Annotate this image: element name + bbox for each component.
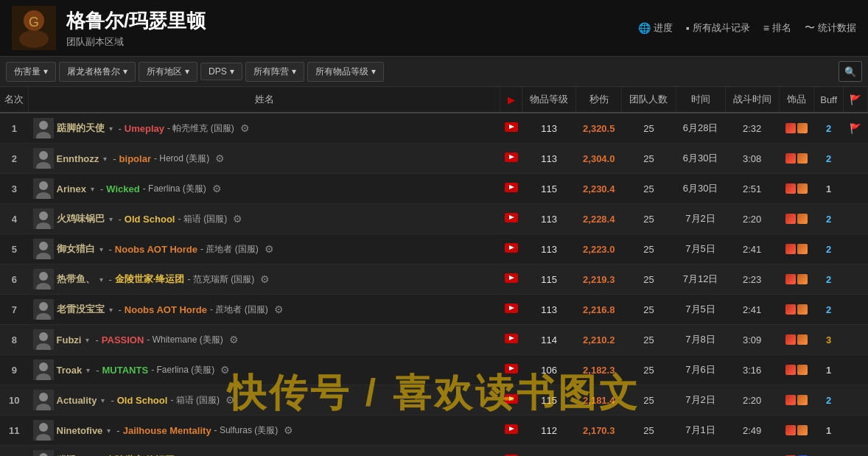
filter-region[interactable]: 所有地区 ▾ bbox=[139, 62, 197, 82]
youtube-icon[interactable] bbox=[505, 394, 518, 404]
dropdown-arrow-icon[interactable]: ▾ bbox=[99, 276, 103, 284]
table-row[interactable]: 8 Fubzi ▾ - PASSION - Whitemane (美服) ⚙ 1… bbox=[0, 325, 868, 355]
name-cell: Ennthozz ▾ - bipolar - Herod (美服) ⚙ bbox=[29, 144, 500, 174]
settings-icon[interactable]: ⚙ bbox=[240, 122, 250, 134]
nav-progress[interactable]: 🌐 进度 bbox=[638, 21, 673, 35]
dropdown-arrow-icon[interactable]: ▾ bbox=[86, 366, 90, 374]
chevron-down-icon: ▾ bbox=[123, 66, 127, 77]
youtube-icon[interactable] bbox=[505, 273, 518, 283]
filter-item-level[interactable]: 所有物品等级 ▾ bbox=[307, 62, 384, 82]
settings-icon[interactable]: ⚙ bbox=[260, 273, 270, 285]
yt-cell bbox=[500, 113, 522, 144]
guild-name[interactable]: Old School bbox=[117, 395, 168, 406]
flag-cell[interactable] bbox=[844, 385, 868, 415]
team-size-cell: 25 bbox=[622, 355, 676, 385]
guild-name[interactable]: Umeplay bbox=[125, 123, 164, 134]
settings-icon[interactable]: ⚙ bbox=[220, 364, 230, 376]
fight-time-cell: 2:32 bbox=[725, 113, 779, 144]
item-level-cell: 115 bbox=[522, 385, 576, 415]
search-button[interactable]: 🔍 bbox=[839, 61, 862, 82]
gem-icon bbox=[785, 153, 796, 164]
table-row[interactable]: 7 老雷没宝宝 ▾ - Noobs AOT Horde - 蔗地者 (国服) ⚙… bbox=[0, 295, 868, 325]
gems-cell bbox=[779, 355, 813, 385]
settings-icon[interactable]: ⚙ bbox=[274, 304, 284, 315]
youtube-icon[interactable] bbox=[505, 183, 518, 192]
dps-cell: 2,304.0 bbox=[576, 144, 622, 174]
settings-icon[interactable]: ⚙ bbox=[284, 424, 293, 436]
flag-cell[interactable] bbox=[844, 446, 868, 457]
youtube-icon[interactable] bbox=[505, 122, 518, 132]
dropdown-arrow-icon[interactable]: ▾ bbox=[91, 185, 94, 193]
table-header-row: 名次 姓名 ▶ 物品等级 秒伤 团队人数 时间 战斗时间 饰品 Buff 🚩 bbox=[0, 87, 868, 113]
guild-name[interactable]: 金陵世家·绛运团 bbox=[115, 273, 185, 286]
youtube-icon[interactable] bbox=[505, 364, 518, 373]
settings-icon[interactable]: ⚙ bbox=[265, 243, 274, 255]
youtube-icon[interactable] bbox=[505, 213, 518, 222]
table-row[interactable]: 12 逍遥、 ▾ - 金陵世家·绛运团 - 范克瑞斯 (国服) ⚙ 115 2,… bbox=[0, 446, 868, 457]
flag-cell[interactable] bbox=[844, 295, 868, 325]
nav-stats[interactable]: 〜 统计数据 bbox=[805, 21, 856, 35]
player-name: Fubzi bbox=[57, 334, 82, 345]
flag-cell[interactable] bbox=[844, 325, 868, 355]
youtube-icon[interactable] bbox=[505, 334, 518, 343]
dropdown-arrow-icon[interactable]: ▾ bbox=[109, 124, 113, 133]
settings-icon[interactable]: ⚙ bbox=[212, 183, 222, 194]
dropdown-arrow-icon[interactable]: ▾ bbox=[85, 336, 89, 344]
filter-camp[interactable]: 所有阵营 ▾ bbox=[245, 62, 304, 82]
yt-cell bbox=[500, 385, 522, 415]
flag-cell[interactable] bbox=[844, 264, 868, 295]
rank-cell: 3 bbox=[0, 174, 29, 204]
filter-boss[interactable]: 屠龙者格鲁尔 ▾ bbox=[59, 62, 136, 82]
guild-name[interactable]: bipolar bbox=[119, 153, 151, 164]
dropdown-arrow-icon[interactable]: ▾ bbox=[103, 155, 107, 163]
nav-battle-records[interactable]: ▪ 所有战斗记录 bbox=[686, 21, 750, 35]
table-row[interactable]: 5 御女猎白 ▾ - Noobs AOT Horde - 蔗地者 (国服) ⚙ … bbox=[0, 234, 868, 264]
flag-cell[interactable] bbox=[844, 415, 868, 446]
date-cell: 7月5日 bbox=[676, 234, 725, 264]
dropdown-arrow-icon[interactable]: ▾ bbox=[109, 306, 113, 314]
dps-cell: 2,216.8 bbox=[576, 295, 622, 325]
search-icon: 🔍 bbox=[844, 66, 856, 77]
filter-dps[interactable]: DPS ▾ bbox=[200, 63, 242, 80]
guild-name[interactable]: Noobs AOT Horde bbox=[115, 244, 197, 255]
settings-icon[interactable]: ⚙ bbox=[229, 334, 239, 345]
table-row[interactable]: 1 踮脚的天使 ▾ - Umeplay - 帕壳维克 (国服) ⚙ 113 2,… bbox=[0, 113, 868, 144]
flag-cell[interactable] bbox=[844, 144, 868, 174]
table-row[interactable]: 6 热带鱼、 ▾ - 金陵世家·绛运团 - 范克瑞斯 (国服) ⚙ 115 2,… bbox=[0, 264, 868, 295]
flag-cell[interactable] bbox=[844, 174, 868, 204]
filter-damage[interactable]: 伤害量 ▾ bbox=[6, 62, 56, 82]
guild-name[interactable]: Wicked bbox=[106, 183, 139, 194]
nav-ranking[interactable]: ≡ 排名 bbox=[763, 21, 791, 35]
table-row[interactable]: 9 Troak ▾ - MUTANTS - Faerlina (美服) ⚙ 10… bbox=[0, 355, 868, 385]
flag-cell[interactable] bbox=[844, 234, 868, 264]
settings-icon[interactable]: ⚙ bbox=[233, 213, 242, 225]
flag-cell[interactable] bbox=[844, 204, 868, 234]
table-row[interactable]: 11 Ninetofive ▾ - Jailhouse Mentality - … bbox=[0, 415, 868, 446]
flag-cell[interactable]: 🚩 bbox=[844, 113, 868, 144]
separator: - bbox=[116, 425, 119, 436]
col-dps: 秒伤 bbox=[576, 87, 622, 113]
flag-cell[interactable] bbox=[844, 355, 868, 385]
dropdown-arrow-icon[interactable]: ▾ bbox=[99, 245, 103, 253]
gems-cell bbox=[779, 295, 813, 325]
table-row[interactable]: 3 Arinex ▾ - Wicked - Faerlina (美服) ⚙ 11… bbox=[0, 174, 868, 204]
youtube-icon[interactable] bbox=[505, 304, 518, 313]
guild-name[interactable]: MUTANTS bbox=[102, 365, 149, 376]
guild-name[interactable]: Noobs AOT Horde bbox=[125, 304, 207, 315]
table-row[interactable]: 4 火鸡味锅巴 ▾ - Old School - 箱语 (国服) ⚙ 113 2… bbox=[0, 204, 868, 234]
settings-icon[interactable]: ⚙ bbox=[215, 152, 225, 164]
table-row[interactable]: 2 Ennthozz ▾ - bipolar - Herod (美服) ⚙ 11… bbox=[0, 144, 868, 174]
youtube-icon[interactable] bbox=[505, 243, 518, 253]
youtube-icon[interactable] bbox=[505, 424, 518, 434]
guild-name[interactable]: Jailhouse Mentality bbox=[123, 425, 211, 436]
guild-name[interactable]: Old School bbox=[125, 214, 175, 225]
rank-cell: 7 bbox=[0, 295, 29, 325]
dropdown-arrow-icon[interactable]: ▾ bbox=[101, 396, 105, 404]
youtube-icon[interactable] bbox=[505, 152, 518, 162]
dropdown-arrow-icon[interactable]: ▾ bbox=[107, 427, 111, 435]
settings-icon[interactable]: ⚙ bbox=[225, 394, 235, 406]
svg-text:G: G bbox=[29, 15, 39, 29]
table-row[interactable]: 10 Actuality ▾ - Old School - 箱语 (国服) ⚙ … bbox=[0, 385, 868, 415]
guild-name[interactable]: PASSION bbox=[102, 334, 144, 345]
dropdown-arrow-icon[interactable]: ▾ bbox=[109, 215, 113, 223]
